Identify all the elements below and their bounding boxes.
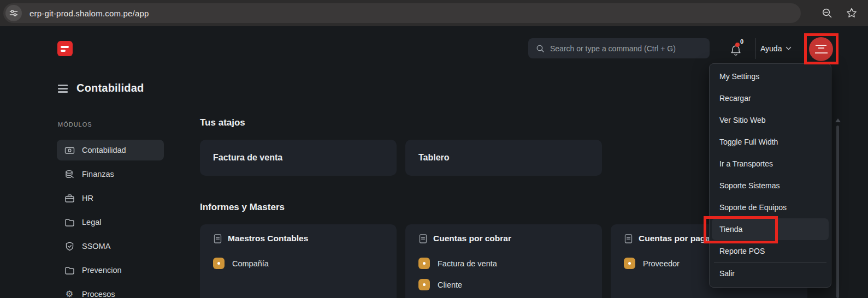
search-icon: [536, 44, 545, 53]
hamburger-icon[interactable]: [58, 84, 68, 93]
sidebar-item-label: Procesos: [82, 290, 115, 298]
menu-item-ir-a-transportes[interactable]: Ir a Transportes: [710, 153, 831, 175]
sidebar-item-legal[interactable]: Legal: [57, 212, 164, 233]
shortcuts-heading: Tus atajos: [200, 117, 245, 128]
card-title: Cuentas por pagar: [639, 234, 713, 243]
avatar-logo-text: [815, 52, 828, 53]
doctype-badge-icon: [213, 258, 225, 269]
browser-toolbar: erp-git-prod.shalom.com.pe/app: [0, 0, 868, 26]
scroll-up-arrow-icon: [835, 118, 841, 122]
notification-count-badge: 0: [740, 38, 743, 45]
sidebar-item-label: SSOMA: [82, 242, 110, 251]
avatar-logo-text: [816, 45, 826, 46]
briefcase-icon: [64, 193, 75, 204]
card-link-label: Compañía: [232, 259, 269, 268]
doctype-badge-icon: [418, 258, 430, 269]
gear-icon: ⚙: [64, 290, 75, 298]
card-link-label: Proveedor: [643, 259, 680, 268]
folder-icon: [64, 265, 75, 276]
coins-icon: [64, 169, 75, 180]
search-placeholder: Search or type a command (Ctrl + G): [550, 44, 676, 53]
help-dropdown[interactable]: Ayuda: [760, 38, 792, 59]
address-bar[interactable]: erp-git-prod.shalom.com.pe/app: [3, 3, 801, 23]
chevron-down-icon: [786, 46, 792, 51]
sidebar-section-label: MÓDULOS: [58, 121, 92, 128]
app-window: erp-git-prod.shalom.com.pe/app: [0, 0, 868, 298]
shortcut-label: Tablero: [418, 153, 450, 163]
sidebar-item-ssoma[interactable]: SSOMA: [57, 236, 164, 257]
user-dropdown-menu: My Settings Recargar Ver Sitio Web Toggl…: [709, 63, 831, 288]
document-icon: [418, 234, 428, 244]
shortcut-card-factura-de-venta[interactable]: Factura de venta: [200, 140, 397, 176]
document-icon: [213, 234, 222, 244]
notification-dot: [735, 43, 740, 47]
notifications-button[interactable]: 0: [728, 38, 748, 59]
menu-item-salir[interactable]: Salir: [710, 263, 831, 284]
card-title: Cuentas por cobrar: [433, 234, 511, 243]
global-search[interactable]: Search or type a command (Ctrl + G): [528, 38, 710, 58]
shortcut-card-tablero[interactable]: Tablero: [405, 140, 602, 176]
navbar-divider: [755, 38, 755, 59]
menu-item-my-settings[interactable]: My Settings: [710, 65, 831, 87]
menu-item-soporte-sistemas[interactable]: Soporte Sistemas: [710, 175, 831, 196]
document-icon: [624, 234, 633, 244]
site-settings-button[interactable]: [5, 5, 22, 21]
shield-check-icon: [64, 241, 75, 252]
zoom-out-icon[interactable]: [821, 7, 833, 19]
cash-icon: [64, 145, 75, 156]
app-logo[interactable]: [57, 41, 73, 56]
masters-heading: Informes y Masters: [200, 202, 285, 213]
url-text[interactable]: erp-git-prod.shalom.com.pe/app: [29, 9, 149, 18]
help-label: Ayuda: [760, 44, 782, 53]
avatar-logo-text: [818, 47, 824, 49]
card-maestros-contables: Maestros Contables Compañía: [200, 224, 397, 298]
app-navbar: Search or type a command (Ctrl + G) 0 Ay…: [0, 26, 868, 65]
card-link-label: Factura de venta: [438, 259, 497, 268]
menu-item-ver-sitio-web[interactable]: Ver Sitio Web: [710, 109, 831, 131]
shortcut-label: Factura de venta: [213, 153, 282, 163]
folder-icon: [64, 217, 75, 228]
menu-item-reporte-pos[interactable]: Reporte POS: [710, 240, 831, 262]
sidebar-item-prevencion[interactable]: Prevencion: [57, 260, 164, 281]
menu-item-recargar[interactable]: Recargar: [710, 87, 831, 109]
sidebar-item-hr[interactable]: HR: [57, 188, 164, 208]
menu-item-toggle-full-width[interactable]: Toggle Full Width: [710, 131, 831, 153]
card-cuentas-por-cobrar: Cuentas por cobrar Factura de venta Clie…: [405, 224, 602, 298]
sidebar-item-contabilidad[interactable]: Contabilidad: [57, 140, 164, 160]
page-scrollbar[interactable]: [836, 126, 839, 298]
card-link-label: Cliente: [438, 281, 462, 289]
card-link-compania[interactable]: Compañía: [213, 258, 383, 269]
doctype-badge-icon: [624, 258, 635, 269]
sidebar-item-label: Finanzas: [82, 170, 114, 178]
sidebar-header: Contabilidad: [58, 82, 144, 94]
menu-item-soporte-de-equipos[interactable]: Soporte de Equipos: [710, 196, 831, 218]
bookmark-star-icon[interactable]: [845, 7, 858, 20]
menu-item-tienda[interactable]: Tienda: [712, 218, 829, 240]
sidebar-item-label: Prevencion: [82, 266, 122, 275]
sidebar-item-procesos[interactable]: ⚙ Procesos: [57, 284, 164, 298]
tune-icon: [9, 8, 19, 18]
card-link-factura-de-venta[interactable]: Factura de venta: [418, 258, 589, 269]
sidebar-item-label: HR: [82, 194, 93, 202]
workspace-title: Contabilidad: [76, 82, 144, 94]
sidebar-item-label: Legal: [82, 218, 101, 227]
card-link-cliente[interactable]: Cliente: [418, 279, 589, 290]
sidebar-item-finanzas[interactable]: Finanzas: [57, 164, 164, 184]
doctype-badge-icon: [418, 279, 430, 290]
sidebar-item-label: Contabilidad: [82, 146, 126, 154]
card-title: Maestros Contables: [228, 234, 308, 243]
user-avatar[interactable]: [809, 37, 833, 61]
sidebar-modules-list: Contabilidad Finanzas HR: [57, 140, 164, 298]
